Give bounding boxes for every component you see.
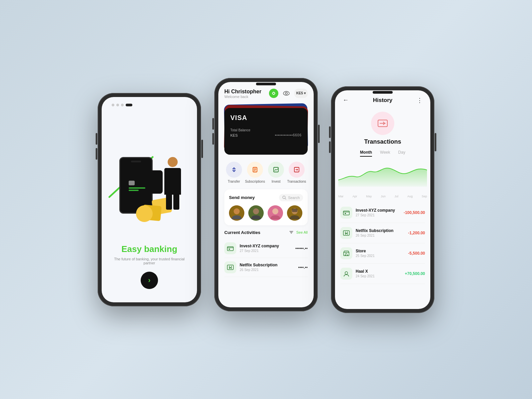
more-options-button[interactable]: ⋮ bbox=[415, 96, 424, 105]
hist-txn-details-3: Store 25 Sep 2021 bbox=[356, 249, 405, 258]
volume-up-btn[interactable] bbox=[96, 133, 97, 145]
power-btn[interactable] bbox=[201, 140, 203, 158]
history-title: History bbox=[373, 97, 393, 104]
activity-date-2: 26 Sep 2021 bbox=[240, 268, 295, 272]
time-period-tabs: Month Week Day bbox=[335, 150, 430, 157]
contact-avatar-3[interactable] bbox=[268, 205, 283, 221]
card-chip-icon bbox=[129, 181, 135, 185]
chart-label-mar: Mar bbox=[338, 195, 344, 198]
phone1-screen: Easy banking The future of banking, your… bbox=[102, 97, 197, 302]
tab-week[interactable]: Week bbox=[380, 150, 390, 157]
greeting-subtitle: Welcome back bbox=[224, 95, 261, 99]
dot-4-active[interactable] bbox=[126, 104, 132, 106]
person-body bbox=[164, 168, 181, 195]
transfer-label: Transfer bbox=[228, 180, 240, 183]
person-leg-left bbox=[166, 195, 172, 210]
contact-avatar-1[interactable] bbox=[229, 205, 244, 221]
hist-txn-name-3: Store bbox=[356, 249, 405, 253]
invest-action[interactable]: Invest bbox=[268, 162, 284, 183]
tab-month[interactable]: Month bbox=[360, 150, 372, 157]
card-masked-number: ••••••••••••6606 bbox=[275, 133, 302, 137]
chart-label-aug: Aug bbox=[407, 195, 413, 198]
next-button[interactable]: › bbox=[141, 272, 158, 289]
next-arrow-icon: › bbox=[148, 276, 150, 285]
dot-2[interactable] bbox=[116, 104, 119, 106]
contact-avatar-4[interactable] bbox=[287, 205, 302, 221]
svg-line-8 bbox=[285, 198, 286, 199]
invest-icon bbox=[273, 166, 279, 173]
activities-title: Current Activities bbox=[224, 230, 260, 235]
card-line-2 bbox=[129, 190, 139, 191]
activity-item-1[interactable]: Invest-XYZ company 27 Sep 2021 ••••••.•• bbox=[224, 239, 308, 258]
coin-circle-icon bbox=[136, 205, 153, 222]
logo-svg bbox=[271, 90, 277, 96]
subscriptions-action[interactable]: Subscriptions bbox=[245, 162, 265, 183]
see-all-button[interactable]: See All bbox=[296, 230, 308, 234]
hist-txn-item-2[interactable]: Netflix Subscription 26 Sep 2021 -1,200.… bbox=[340, 223, 425, 243]
title-plain: Easy bbox=[121, 244, 144, 254]
sort-icon[interactable] bbox=[289, 230, 294, 235]
volume-down-btn[interactable] bbox=[96, 148, 97, 160]
hist-txn-date-2: 26 Sep 2021 bbox=[356, 234, 405, 237]
back-button[interactable]: ← bbox=[341, 96, 350, 105]
dot-3[interactable] bbox=[121, 104, 124, 106]
activities-section: Current Activities See All bbox=[224, 230, 308, 277]
svg-point-10 bbox=[234, 208, 240, 214]
svg-point-14 bbox=[272, 208, 278, 214]
hist-txn-date-3: 25 Sep 2021 bbox=[356, 254, 405, 258]
power-btn[interactable] bbox=[318, 125, 320, 143]
svg-point-12 bbox=[253, 208, 259, 214]
dashboard-header: Hi Christopher Welcome back KES ▾ bbox=[224, 89, 308, 99]
cards-stack: VISA Total Balance KES ••••••••••••6606 bbox=[224, 104, 308, 156]
contact-search-box[interactable]: Search bbox=[279, 194, 303, 201]
hist-txn-amount-1: -100,500.00 bbox=[404, 210, 425, 215]
store-hist-icon bbox=[343, 250, 350, 256]
history-transactions-list: Invest-XYZ company 27 Sep 2021 -100,500.… bbox=[335, 203, 430, 284]
hist-txn-amount-3: -5,500.00 bbox=[408, 251, 425, 256]
activity-item-2[interactable]: Netflix Subscription 26 Sep 2021 ••••.•• bbox=[224, 258, 308, 277]
card-mockup-icon bbox=[126, 170, 163, 194]
volume-up-btn[interactable] bbox=[212, 118, 214, 130]
person-hist-icon bbox=[343, 270, 350, 277]
hist-txn-name-4: Haal X bbox=[356, 269, 402, 274]
transactions-action[interactable]: Transactions bbox=[287, 162, 306, 183]
hist-txn-name-2: Netflix Subscription bbox=[356, 228, 405, 233]
volume-down-btn[interactable] bbox=[329, 141, 331, 153]
onboarding-subtitle: The future of banking, your trusted fina… bbox=[108, 257, 190, 265]
currency-selector[interactable]: KES ▾ bbox=[294, 89, 308, 98]
hist-txn-item-4[interactable]: Haal X 24 Sep 2021 +70,500.00 bbox=[340, 264, 425, 284]
card-visa-label: VISA bbox=[230, 114, 302, 122]
activity-details-2: Netflix Subscription 26 Sep 2021 bbox=[240, 263, 295, 272]
card-lines-icon bbox=[129, 187, 160, 191]
subscriptions-icon-circle bbox=[247, 162, 263, 178]
chart-label-jun: Jun bbox=[381, 195, 386, 198]
power-btn[interactable] bbox=[435, 133, 436, 151]
hist-txn-item-3[interactable]: Store 25 Sep 2021 -5,500.00 bbox=[340, 243, 425, 264]
card-balance-label: Total Balance bbox=[230, 128, 302, 132]
phone-1-onboarding: Easy banking The future of banking, your… bbox=[98, 93, 201, 306]
netflix-txn-icon bbox=[227, 265, 234, 270]
visibility-toggle[interactable] bbox=[282, 89, 291, 98]
svg-rect-18 bbox=[227, 247, 233, 251]
svg-point-2 bbox=[283, 91, 289, 95]
transfer-icon bbox=[231, 166, 237, 173]
tab-day[interactable]: Day bbox=[398, 150, 405, 157]
dot-1[interactable] bbox=[112, 104, 114, 106]
volume-down-btn[interactable] bbox=[212, 133, 214, 145]
avatar-person-4 bbox=[287, 205, 302, 221]
hist-txn-icon-1 bbox=[340, 207, 352, 219]
chart-label-jul: Jul bbox=[395, 195, 399, 198]
card-main[interactable]: VISA Total Balance KES ••••••••••••6606 bbox=[224, 108, 308, 155]
hist-txn-item-1[interactable]: Invest-XYZ company 27 Sep 2021 -100,500.… bbox=[340, 203, 425, 223]
phone2-screen: Hi Christopher Welcome back KES ▾ bbox=[218, 82, 314, 307]
transfer-action[interactable]: Transfer bbox=[226, 162, 242, 183]
activity-icon-2 bbox=[224, 261, 236, 273]
quick-actions-row: Transfer Subscriptions I bbox=[224, 162, 308, 183]
card-line-1 bbox=[129, 187, 145, 189]
contact-avatar-2[interactable] bbox=[248, 205, 264, 221]
hist-txn-amount-4: +70,500.00 bbox=[405, 271, 425, 276]
hist-txn-details-1: Invest-XYZ company 27 Sep 2021 bbox=[356, 208, 400, 217]
phone3-screen: ← History ⋮ Transactions Month Week Day bbox=[335, 90, 430, 309]
illustration-container bbox=[109, 114, 189, 220]
volume-up-btn[interactable] bbox=[329, 126, 331, 138]
